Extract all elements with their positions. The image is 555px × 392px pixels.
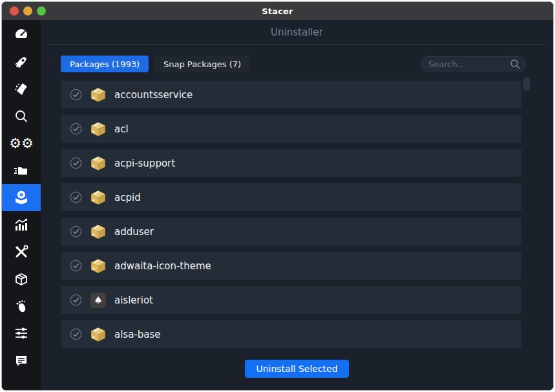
stacer-window: Stacer ⚙⚙ [1,1,554,391]
sidebar-item-feedback[interactable] [2,347,41,374]
package-list: ♠ accountsservice ♠ acl ♠ acpi-support ♠… [61,81,521,348]
sidebar-item-startup-apps[interactable] [2,48,41,76]
search-icon [510,59,521,72]
tab-snap-packages[interactable]: Snap Packages (7) [154,56,250,72]
dashboard-icon [14,27,29,43]
app-icon-spade: ♠ [90,292,107,309]
deb-package-icon [90,189,107,206]
gnome-foot-icon [14,298,29,314]
package-row[interactable]: ♠ accountsservice [61,81,521,108]
checkbox-icon[interactable] [70,294,82,306]
checkbox-icon[interactable] [70,328,82,340]
sidebar: ⚙⚙ [2,20,41,391]
broom-icon [14,81,29,97]
titlebar: Stacer [2,2,553,20]
page-title: Uninstaller [41,26,553,38]
package-row[interactable]: ♠ adduser [61,218,521,245]
speed-folder-icon [13,163,30,178]
checkbox-icon[interactable] [70,157,82,169]
checkbox-icon[interactable] [70,88,82,101]
search-box [420,56,527,72]
scrollbar-thumb[interactable] [523,77,530,91]
package-name: aisleriot [114,294,153,306]
sidebar-item-services[interactable]: ⚙⚙ [2,130,41,157]
sliders-icon [14,325,29,341]
package-row[interactable]: ♠ aisleriot [61,286,521,314]
feedback-icon [14,353,29,368]
chart-icon [14,217,29,232]
package-name: accountsservice [114,89,193,101]
search-sidebar-icon [14,108,29,124]
toolbar: Packages (1993) Snap Packages (7) [61,56,527,72]
package-name: acpi-support [114,158,175,169]
tab-packages[interactable]: Packages (1993) [61,56,149,72]
deb-package-icon [90,121,107,138]
deb-package-icon [90,87,107,103]
footer: Uninstall Selected [41,360,553,378]
sidebar-item-search[interactable] [2,103,41,130]
sidebar-item-settings[interactable] [2,320,41,347]
rocket-icon [14,54,29,70]
window-title: Stacer [2,6,553,16]
sidebar-item-toolbox[interactable] [2,238,41,265]
box-icon [14,271,29,287]
tools-icon [14,244,29,260]
package-row[interactable]: ♠ acl [61,115,521,143]
sidebar-item-gnome-settings[interactable] [2,293,41,320]
package-name: adduser [114,226,154,238]
checkbox-icon[interactable] [70,123,82,135]
package-name: acl [114,123,129,135]
sidebar-item-processes[interactable] [2,157,41,184]
package-name: adwaita-icon-theme [114,260,211,272]
package-row[interactable]: ♠ acpi-support [61,149,521,177]
deb-package-icon [90,326,107,343]
package-name: alsa-base [114,329,161,340]
deb-package-icon [90,258,107,274]
uninstaller-icon [13,189,30,206]
package-row[interactable]: ♠ alsa-base [61,320,521,348]
sidebar-item-dashboard[interactable] [2,21,41,48]
checkbox-icon[interactable] [70,191,82,203]
deb-package-icon [90,155,107,172]
deb-package-icon [90,223,107,240]
gears-icon: ⚙⚙ [9,137,34,150]
package-row[interactable]: ♠ acpid [61,183,521,211]
screenshot-frame: Stacer ⚙⚙ [0,0,555,392]
sidebar-item-uninstaller[interactable] [2,184,41,211]
uninstall-selected-button[interactable]: Uninstall Selected [245,360,348,378]
checkbox-icon[interactable] [70,225,82,238]
checkbox-icon[interactable] [70,260,82,272]
sidebar-item-packages[interactable] [2,265,41,293]
sidebar-item-resources[interactable] [2,211,41,238]
main-content: Uninstaller Packages (1993) Snap Package… [41,20,553,391]
package-name: acpid [114,192,141,203]
header-divider [49,44,545,45]
package-row[interactable]: ♠ adwaita-icon-theme [61,252,521,280]
sidebar-item-system-cleaner[interactable] [2,76,41,103]
